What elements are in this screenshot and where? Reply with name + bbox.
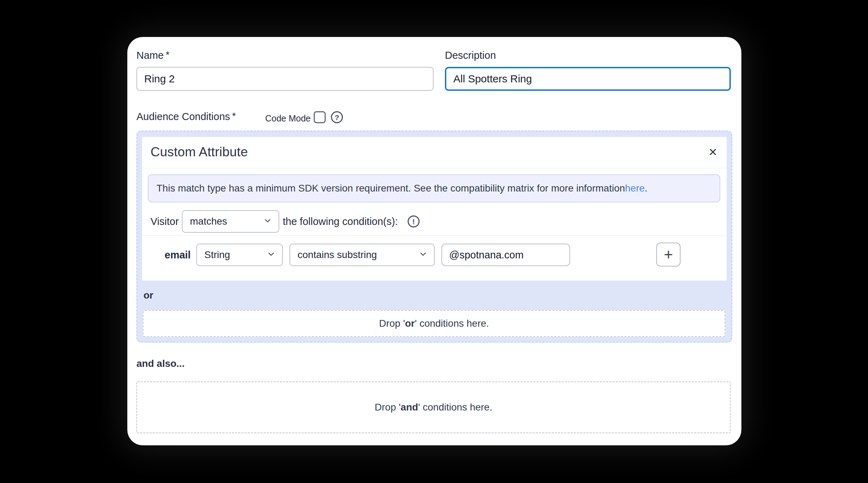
plus-icon: +	[664, 247, 673, 262]
audience-conditions-label-text: Audience Conditions	[136, 111, 230, 122]
chevron-down-icon	[263, 216, 272, 227]
chevron-down-icon	[419, 250, 428, 260]
description-label: Description	[445, 50, 496, 61]
banner-here-link[interactable]: here	[625, 183, 645, 194]
and-also-label: and also...	[136, 358, 185, 369]
attribute-type-select[interactable]: String	[196, 244, 283, 266]
description-input[interactable]	[445, 67, 731, 91]
operator-select[interactable]: contains substring	[289, 244, 435, 266]
warning-icon[interactable]: !	[408, 215, 420, 227]
audience-required-asterisk: *	[232, 111, 236, 121]
warning-icon-glyph: !	[413, 218, 415, 225]
condition-value-wrap	[441, 244, 570, 266]
attribute-type-value: String	[204, 249, 230, 261]
audience-editor-card: Name* Description Audience Conditions* C…	[127, 37, 741, 445]
match-type-select[interactable]: matches	[182, 210, 279, 233]
attribute-label: email	[165, 249, 191, 261]
code-mode-checkbox[interactable]	[314, 111, 326, 123]
banner-text: This match type has a minimum SDK versio…	[157, 183, 625, 194]
or-dropzone-prefix: Drop '	[379, 318, 405, 329]
close-icon[interactable]: ✕	[708, 147, 717, 158]
and-dropzone-keyword: and	[401, 402, 418, 413]
and-dropzone-prefix: Drop '	[375, 402, 401, 413]
condition-card-title: Custom Attribute	[151, 145, 248, 159]
condition-card: Custom Attribute ✕ This match type has a…	[142, 137, 727, 281]
sdk-version-banner: This match type has a minimum SDK versio…	[148, 174, 720, 202]
or-label: or	[143, 290, 153, 301]
audience-conditions-label: Audience Conditions*	[136, 111, 236, 123]
add-condition-button[interactable]: +	[656, 243, 681, 266]
operator-value: contains substring	[298, 249, 377, 261]
help-icon-glyph: ?	[335, 114, 339, 121]
name-required-asterisk: *	[166, 50, 170, 60]
header-divider	[142, 168, 727, 168]
chevron-down-icon	[267, 250, 276, 260]
or-dropzone-keyword: or	[405, 318, 415, 329]
match-type-value: matches	[190, 216, 227, 227]
and-dropzone[interactable]: Drop 'and' conditions here.	[136, 381, 731, 433]
visitor-label: Visitor	[151, 216, 179, 227]
name-input[interactable]	[136, 67, 434, 91]
banner-period: .	[645, 183, 647, 194]
help-icon[interactable]: ?	[331, 111, 343, 123]
description-field-wrap	[445, 67, 731, 91]
row-divider	[142, 236, 727, 236]
name-field-wrap	[136, 67, 434, 91]
code-mode-label: Code Mode	[265, 113, 311, 124]
name-label: Name*	[136, 50, 170, 61]
name-label-text: Name	[136, 50, 164, 61]
condition-value-input[interactable]	[441, 244, 570, 266]
or-dropzone-suffix: ' conditions here.	[415, 318, 489, 329]
or-group-panel: Custom Attribute ✕ This match type has a…	[136, 131, 732, 343]
or-dropzone[interactable]: Drop 'or' conditions here.	[143, 310, 725, 337]
visitor-suffix-text: the following condition(s):	[283, 216, 398, 227]
and-dropzone-suffix: ' conditions here.	[418, 402, 492, 413]
